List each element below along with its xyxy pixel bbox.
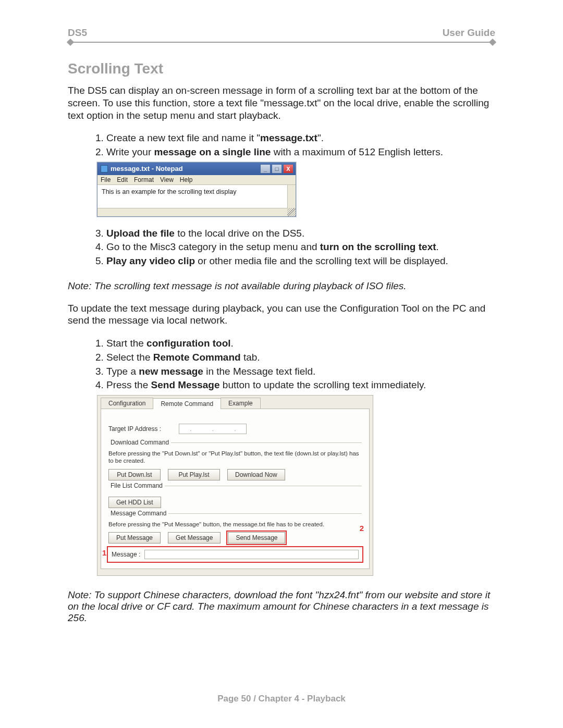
- notepad-textarea[interactable]: This is an example for the scrolling tex…: [97, 185, 296, 216]
- page-footer: Page 50 / Chapter 4 - Playback: [0, 694, 563, 704]
- update-intro: To update the text message during playba…: [68, 302, 495, 327]
- filelist-group-title: File List Command: [108, 482, 165, 489]
- download-desc: Before pressing the "Put Down.lst" or "P…: [108, 450, 362, 465]
- configtool-tabs: Configuration Remote Command Example: [97, 396, 373, 409]
- notepad-window: message.txt - Notepad _ □ X File Edit Fo…: [97, 162, 296, 217]
- notepad-titlebar: message.txt - Notepad _ □ X: [97, 163, 296, 175]
- download-group-title: Download Command: [108, 439, 171, 446]
- message-group-title: Message Command: [108, 510, 168, 517]
- menu-view[interactable]: View: [160, 176, 174, 183]
- note-chinese: Note: To support Chinese characters, dow…: [68, 589, 495, 624]
- tab-example[interactable]: Example: [221, 398, 261, 409]
- rule-line: [73, 42, 490, 43]
- step-c1: Start the configuration tool.: [106, 337, 495, 350]
- section-title: Scrolling Text: [68, 60, 495, 77]
- step-b5: Play any video clip or other media file …: [106, 255, 495, 268]
- scrollbar-vertical[interactable]: [287, 185, 296, 208]
- notepad-menubar: File Edit Format View Help: [97, 175, 296, 185]
- download-now-button[interactable]: Download Now: [227, 469, 285, 480]
- callout-1: 1: [102, 548, 106, 557]
- notepad-title-text: message.txt - Notepad: [111, 165, 183, 172]
- target-ip-label: Target IP Address :: [108, 425, 177, 433]
- target-ip-input[interactable]: . . .: [179, 424, 247, 434]
- callout-2: 2: [360, 524, 364, 533]
- close-button[interactable]: X: [283, 164, 293, 174]
- notepad-content: This is an example for the scrolling tex…: [102, 188, 236, 195]
- put-message-button[interactable]: Put Message: [108, 532, 161, 544]
- menu-file[interactable]: File: [101, 176, 111, 183]
- step-b3: Upload the file to the local drive on th…: [106, 227, 495, 240]
- step-a1: Create a new text file and name it "mess…: [106, 132, 495, 145]
- send-message-button[interactable]: Send Message: [228, 532, 285, 544]
- header-right: User Guide: [443, 27, 495, 39]
- step-c4: Press the Send Message button to update …: [106, 379, 495, 392]
- step-a2: Write your message on a single line with…: [106, 146, 495, 159]
- menu-format[interactable]: Format: [134, 176, 154, 183]
- put-down-button[interactable]: Put Down.lst: [108, 469, 161, 480]
- minimize-button[interactable]: _: [260, 164, 271, 174]
- diamond-right-icon: [489, 39, 496, 46]
- scrollbar-horizontal[interactable]: [97, 208, 296, 216]
- message-input-row: Message :: [108, 548, 362, 561]
- maximize-button[interactable]: □: [272, 164, 282, 174]
- configtool-panel: Target IP Address : . . . Download Comma…: [101, 409, 370, 569]
- step-c2: Select the Remote Command tab.: [106, 351, 495, 364]
- configtool-window: Configuration Remote Command Example Tar…: [97, 395, 373, 576]
- steps-list-b: Upload the file to the local drive on th…: [68, 227, 495, 268]
- put-play-button[interactable]: Put Play.lst: [168, 469, 220, 480]
- resize-grip-icon[interactable]: [287, 208, 296, 216]
- diamond-left-icon: [67, 39, 74, 46]
- steps-list-a: Create a new text file and name it "mess…: [68, 132, 495, 158]
- menu-help[interactable]: Help: [180, 176, 193, 183]
- message-label: Message :: [112, 551, 140, 558]
- steps-list-c: Start the configuration tool. Select the…: [68, 337, 495, 392]
- notepad-app-icon: [101, 165, 108, 172]
- header-rule: [68, 40, 495, 45]
- tab-remote-command[interactable]: Remote Command: [153, 398, 221, 409]
- step-b4: Go to the Misc3 category in the setup me…: [106, 241, 495, 254]
- message-command-group: Message Command Before pressing the "Put…: [108, 513, 362, 562]
- message-desc: Before pressing the "Put Message" button…: [108, 521, 362, 528]
- message-input[interactable]: [144, 550, 359, 559]
- get-hdd-button[interactable]: Get HDD List: [108, 497, 161, 508]
- filelist-command-group: File List Command Get HDD List: [108, 486, 362, 508]
- get-message-button[interactable]: Get Message: [168, 532, 221, 544]
- step-c3: Type a new message in the Message text f…: [106, 365, 495, 378]
- tab-configuration[interactable]: Configuration: [101, 398, 153, 409]
- intro-paragraph: The DS5 can display an on-screen message…: [68, 84, 495, 121]
- menu-edit[interactable]: Edit: [117, 176, 128, 183]
- note-iso: Note: The scrolling text message is not …: [68, 280, 495, 292]
- document-page: DS5 User Guide Scrolling Text The DS5 ca…: [0, 0, 563, 655]
- page-header: DS5 User Guide: [68, 27, 495, 40]
- target-ip-row: Target IP Address : . . .: [108, 424, 362, 434]
- header-left: DS5: [68, 27, 87, 39]
- download-command-group: Download Command Before pressing the "Pu…: [108, 442, 362, 480]
